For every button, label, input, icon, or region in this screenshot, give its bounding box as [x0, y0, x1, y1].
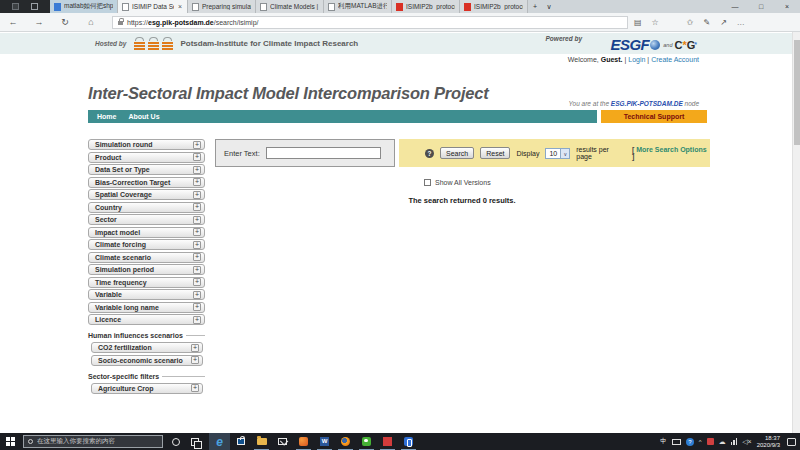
touch-keyboard-icon[interactable]: [672, 439, 681, 445]
wechat-taskbar-icon[interactable]: [356, 433, 377, 450]
url-input[interactable]: https://esg.pik-potsdam.de/search/isimip…: [112, 16, 628, 29]
browser-tab-2-active[interactable]: ISIMIP Data Search | ISII ×: [118, 0, 188, 13]
matlab-taskbar-icon[interactable]: [293, 433, 314, 450]
technical-support-button[interactable]: Technical Support: [601, 110, 707, 123]
window-close-button[interactable]: ×: [774, 0, 800, 13]
ime-indicator[interactable]: 中: [660, 437, 667, 446]
results-per-page-select[interactable]: 10 ∨: [545, 148, 570, 159]
facet-simulation-period[interactable]: Simulation period+: [88, 264, 205, 275]
browser-tab-7[interactable]: ISIMIP2b_protocol_19Mai20: [460, 0, 528, 13]
expand-icon[interactable]: +: [193, 291, 201, 299]
expand-icon[interactable]: +: [193, 278, 201, 286]
set-tabs-aside-icon[interactable]: [12, 3, 19, 10]
facet-time-frequency[interactable]: Time frequency+: [88, 277, 205, 288]
expand-icon[interactable]: +: [191, 344, 199, 352]
tabs-set-aside-buttons[interactable]: [0, 0, 50, 13]
facet-bias-correction-target[interactable]: Bias-Correction Target+: [88, 177, 205, 188]
facet-co2-fertilization[interactable]: CO2 fertilization+: [91, 342, 203, 353]
search-button[interactable]: Search: [440, 147, 474, 159]
file-explorer-taskbar-icon[interactable]: [251, 433, 272, 450]
facet-country[interactable]: Country+: [88, 202, 205, 213]
expand-icon[interactable]: +: [193, 303, 201, 311]
store-taskbar-icon[interactable]: [230, 433, 251, 450]
nav-about-us[interactable]: About Us: [128, 113, 159, 120]
facet-data-set-or-type[interactable]: Data Set or Type+: [88, 164, 205, 175]
your-phone-taskbar-icon[interactable]: [398, 433, 419, 450]
facet-climate-scenario[interactable]: Climate scenario+: [88, 252, 205, 263]
share-icon[interactable]: ↗: [720, 18, 727, 27]
browser-tab-3[interactable]: Preparing simulation files: [188, 0, 256, 13]
facet-variable-long-name[interactable]: Variable long name+: [88, 302, 205, 313]
facet-impact-model[interactable]: Impact model+: [88, 227, 205, 238]
annotate-pen-icon[interactable]: ✎: [703, 18, 710, 27]
expand-icon[interactable]: +: [193, 141, 201, 149]
facet-climate-forcing[interactable]: Climate forcing+: [88, 239, 205, 250]
forward-button[interactable]: →: [26, 17, 52, 27]
taskbar-search-box[interactable]: 在这里输入你要搜索的内容: [23, 435, 163, 448]
expand-icon[interactable]: +: [193, 266, 201, 274]
facet-agriculture-crop[interactable]: Agriculture Crop+: [91, 383, 203, 394]
facet-socio-economic-scenario[interactable]: Socio-economic scenario+: [91, 355, 203, 366]
tab-preview-icon[interactable]: [31, 3, 38, 10]
new-tab-button[interactable]: +: [528, 0, 542, 13]
browser-tab-4[interactable]: Climate Models | NOAA Clir: [256, 0, 324, 13]
expand-icon[interactable]: +: [191, 384, 199, 392]
reset-button[interactable]: Reset: [480, 147, 510, 159]
expand-icon[interactable]: +: [193, 191, 201, 199]
hub-favorites-icon[interactable]: ✩: [687, 18, 694, 27]
hidden-icons-caret[interactable]: ^: [699, 439, 702, 445]
help-icon[interactable]: ?: [425, 149, 434, 158]
task-view-icon[interactable]: [191, 438, 199, 446]
expand-icon[interactable]: +: [193, 178, 201, 186]
nav-home[interactable]: Home: [97, 113, 116, 120]
expand-icon[interactable]: +: [193, 166, 201, 174]
home-button[interactable]: ⌂: [78, 17, 104, 27]
cortana-icon[interactable]: [172, 438, 180, 446]
firefox-taskbar-icon[interactable]: [335, 433, 356, 450]
red-app-taskbar-icon[interactable]: [377, 433, 398, 450]
favorite-star-icon[interactable]: ☆: [652, 18, 659, 27]
cloud-icon[interactable]: ☁: [719, 438, 726, 446]
network-icon[interactable]: [731, 438, 738, 445]
tab-list-chevron-icon[interactable]: ∨: [542, 0, 556, 13]
facet-licence[interactable]: Licence+: [88, 314, 205, 325]
facet-product[interactable]: Product+: [88, 152, 205, 163]
start-button[interactable]: [0, 437, 20, 446]
word-taskbar-icon[interactable]: W: [314, 433, 335, 450]
taskbar-clock[interactable]: 18:37 2020/9/3: [757, 435, 780, 449]
page-scrollbar[interactable]: [792, 32, 800, 433]
back-button[interactable]: ←: [0, 17, 26, 27]
expand-icon[interactable]: +: [193, 228, 201, 236]
expand-icon[interactable]: +: [193, 216, 201, 224]
notification-center-icon[interactable]: [787, 438, 796, 446]
settings-more-icon[interactable]: …: [737, 18, 745, 27]
create-account-link[interactable]: Create Account: [651, 56, 699, 63]
facet-sector[interactable]: Sector+: [88, 214, 205, 225]
mail-taskbar-icon[interactable]: [272, 433, 293, 450]
expand-icon[interactable]: +: [193, 241, 201, 249]
scrollbar-thumb[interactable]: [794, 40, 800, 145]
search-text-input[interactable]: [266, 147, 381, 159]
facet-variable[interactable]: Variable+: [88, 289, 205, 300]
facet-spatial-coverage[interactable]: Spatial Coverage+: [88, 189, 205, 200]
volume-muted-icon[interactable]: ◁×: [742, 438, 751, 446]
refresh-button[interactable]: ↻: [52, 17, 78, 27]
facet-simulation-round[interactable]: Simulation round+: [88, 139, 205, 150]
browser-tab-1[interactable]: matlab如何把shp文件转为n: [50, 0, 118, 13]
expand-icon[interactable]: +: [193, 253, 201, 261]
window-maximize-button[interactable]: □: [748, 0, 774, 13]
more-search-options-link[interactable]: [ More Search Options ]: [632, 146, 710, 160]
reading-view-icon[interactable]: ▤: [634, 18, 642, 27]
tab-close-icon[interactable]: ×: [177, 3, 183, 10]
tray-red-app-icon[interactable]: [707, 438, 714, 445]
browser-tab-5[interactable]: 利用MATLAB进行shp文件转: [324, 0, 392, 13]
show-all-versions-checkbox[interactable]: [424, 179, 431, 186]
expand-icon[interactable]: +: [193, 153, 201, 161]
expand-icon[interactable]: +: [193, 203, 201, 211]
login-link[interactable]: Login: [628, 56, 645, 63]
expand-icon[interactable]: +: [191, 356, 199, 364]
edge-taskbar-icon[interactable]: e: [209, 433, 230, 450]
expand-icon[interactable]: +: [193, 316, 201, 324]
window-minimize-button[interactable]: —: [722, 0, 748, 13]
tray-help-icon[interactable]: ?: [686, 438, 694, 446]
